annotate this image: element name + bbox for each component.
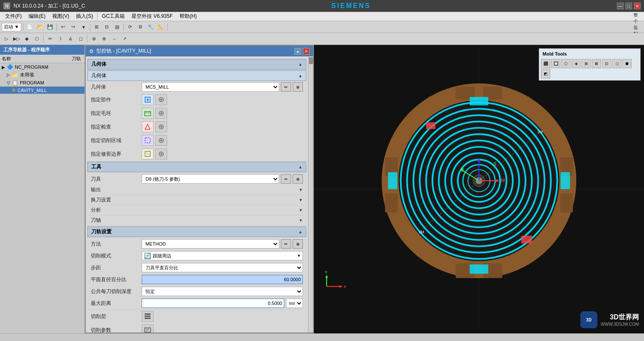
path-settings-section-header[interactable]: 刀轨设置 ▲: [87, 226, 306, 237]
tb-r2-7[interactable]: A: [66, 34, 75, 44]
scroll-bar[interactable]: [308, 56, 313, 333]
tb-r2-9[interactable]: ⊕: [89, 34, 98, 44]
tb-r2-10[interactable]: ⊗: [99, 34, 109, 44]
specify-trim-btn[interactable]: [142, 148, 154, 159]
tool-change-section-header[interactable]: 换刀设置 ▼: [87, 195, 306, 205]
specify-part-btn[interactable]: [142, 94, 154, 105]
redo-btn[interactable]: ↪: [69, 22, 78, 32]
tool-edit-btn[interactable]: ✏: [281, 174, 291, 184]
cut-mode-label: 切削模式: [91, 252, 142, 260]
mold-btn-9[interactable]: ⬢: [622, 59, 632, 68]
tb2[interactable]: ⊟: [102, 22, 112, 32]
cut-mode-select[interactable]: 🔄 跟随周边 ▼: [142, 251, 303, 260]
tb3[interactable]: ▤: [112, 22, 122, 32]
tb-r2-1[interactable]: ▷: [2, 34, 11, 44]
mold-btn-3[interactable]: ⬡: [561, 59, 571, 68]
specify-check-btn[interactable]: [142, 121, 154, 132]
tb-r2-6[interactable]: ⌇: [56, 34, 65, 44]
method-edit-btn[interactable]: ✏: [281, 239, 291, 249]
method-select[interactable]: METHOD: [142, 239, 279, 249]
tb6[interactable]: 🔧: [146, 22, 155, 32]
open-btn[interactable]: 📂: [35, 22, 45, 32]
specify-blank-label: 指定毛坯: [91, 110, 142, 117]
tb5[interactable]: ⚙: [136, 22, 145, 32]
flat-diam-label: 平面直径百分比: [91, 276, 142, 283]
geometry-section-header[interactable]: 几何体 ▲: [87, 59, 306, 70]
tool-new-btn[interactable]: ⊕: [293, 174, 303, 184]
axis-section-header[interactable]: 刀轴 ▼: [87, 215, 306, 226]
specify-blank-btn[interactable]: [142, 108, 154, 119]
specify-trim-extra[interactable]: [155, 148, 167, 159]
tb-r2-11[interactable]: →: [109, 34, 119, 44]
geometry-select[interactable]: MCS_MILL: [142, 82, 279, 92]
tool-section-header[interactable]: 工具 ▲: [87, 162, 306, 172]
undo-arrow[interactable]: ▼: [79, 22, 88, 32]
tb-r2-3[interactable]: ◆: [22, 34, 31, 44]
scroll-thumb[interactable]: [309, 57, 313, 64]
menu-file[interactable]: 文件(F): [2, 12, 25, 21]
cut-levels-btn[interactable]: [142, 311, 154, 322]
mold-btn-4[interactable]: ◈: [571, 59, 581, 68]
save-btn[interactable]: 💾: [45, 22, 55, 32]
tb-r2-4[interactable]: ⬡: [32, 34, 42, 44]
menu-starsky[interactable]: 星空外挂 V6.935F: [128, 12, 176, 21]
max-dist-row: 最大距离 mm: [87, 297, 306, 309]
dialog-collapse-btn[interactable]: ▲: [294, 48, 301, 55]
cut-params-btn[interactable]: [142, 324, 154, 333]
nav-table-header: 名称 刀轨: [0, 55, 84, 63]
minimize-btn[interactable]: —: [617, 3, 624, 9]
geometry-edit-btn[interactable]: ✏: [281, 82, 291, 92]
tb-r2-12[interactable]: ↗: [120, 34, 129, 44]
tb-r2-5[interactable]: ✏: [45, 34, 55, 44]
step-select[interactable]: 刀具平直百分比: [142, 263, 303, 272]
start-dropdown[interactable]: 启动 ▼: [2, 23, 21, 31]
tb-r2-2[interactable]: ▶▷: [12, 34, 21, 44]
mold-btn-10[interactable]: ◩: [541, 69, 550, 78]
nav-item-nc-program[interactable]: ▶ 🔷 NC_PROGRAM: [0, 63, 84, 71]
menu-gc-tools[interactable]: GC工具箱: [98, 12, 128, 21]
mold-btn-1[interactable]: ⬛: [541, 59, 550, 68]
tb7[interactable]: 📐: [156, 22, 165, 32]
specify-cut-region-extra[interactable]: [155, 135, 167, 146]
cut-levels-row: 切削层: [87, 309, 306, 323]
specify-cut-region-btn[interactable]: [142, 135, 154, 146]
mold-btn-2[interactable]: 🔲: [551, 59, 560, 68]
analysis-section-header[interactable]: 分析 ▼: [87, 205, 306, 215]
mold-btn-6[interactable]: ⊠: [592, 59, 601, 68]
op-dialog-content[interactable]: 几何体 ▲ 几何体 ▲ 几何体: [86, 56, 308, 333]
tb4[interactable]: ⟳: [126, 22, 135, 32]
tb1[interactable]: ⊞: [92, 22, 101, 32]
menu-insert[interactable]: 插入(S): [73, 12, 96, 21]
geometry-subsection-header[interactable]: 几何体 ▲: [87, 70, 306, 81]
geometry-new-btn[interactable]: ⊕: [293, 82, 303, 92]
method-new-btn[interactable]: ⊕: [293, 239, 303, 249]
tool-select[interactable]: D8 (铣刀-5 参数): [142, 174, 279, 184]
dialog-close-btn[interactable]: ✕: [303, 48, 310, 55]
specify-check-extra[interactable]: [155, 121, 167, 132]
undo-btn[interactable]: ↩: [59, 22, 68, 32]
specify-check-label: 指定检查: [91, 123, 142, 131]
specify-blank-extra[interactable]: [155, 108, 167, 119]
new-btn[interactable]: 📄: [25, 22, 34, 32]
viewport[interactable]: M S 2M 2M X Y Mold Tools: [314, 45, 644, 333]
mold-btn-7[interactable]: ⊡: [602, 59, 611, 68]
menu-help[interactable]: 帮助(H): [176, 12, 200, 21]
depth-select[interactable]: 恒定: [142, 287, 303, 296]
mold-btn-5[interactable]: ⊞: [582, 59, 591, 68]
unit-select[interactable]: mm: [286, 299, 303, 308]
menu-view[interactable]: 视图(V): [49, 12, 73, 21]
menu-edit[interactable]: 编辑(E): [25, 12, 49, 21]
assembly-dropdown[interactable]: 整个装配 ▼: [633, 22, 642, 32]
nav-item-unused[interactable]: ▷ 📁 未用项: [0, 71, 84, 79]
window-controls[interactable]: — □ ✕: [617, 3, 641, 9]
output-section-header[interactable]: 输出 ▼: [87, 185, 306, 195]
maximize-btn[interactable]: □: [625, 3, 632, 9]
mold-btn-8[interactable]: ◻: [612, 59, 622, 68]
nav-item-program[interactable]: ▽ 📋 PROGRAM: [0, 79, 84, 87]
max-dist-input[interactable]: [142, 299, 284, 308]
close-btn[interactable]: ✕: [634, 3, 641, 9]
specify-part-extra[interactable]: [155, 94, 167, 105]
flat-diam-input[interactable]: [142, 275, 303, 284]
nav-item-cavity-mill[interactable]: ⚙ CAVITY_MILL ✓: [0, 87, 84, 94]
tb-r2-8[interactable]: ◻: [76, 34, 85, 44]
